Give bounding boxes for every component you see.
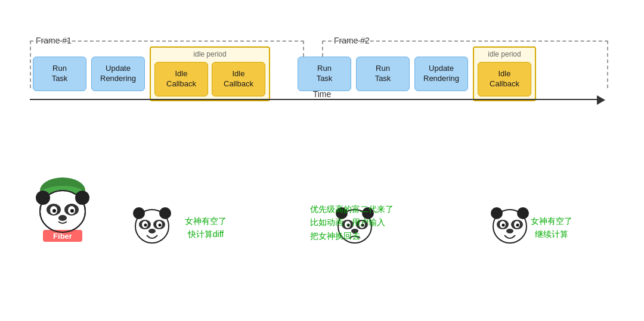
svg-point-45 [506,229,513,233]
svg-point-23 [144,224,147,227]
idle-period-2-box: idle period IdleCallback [473,46,536,101]
svg-point-24 [159,224,162,227]
caption3-line1: 女神有空了 [531,214,572,227]
idle-period-1-box: idle period IdleCallback IdleCallback [150,46,270,101]
caption1-line1: 女神有空了 [185,214,227,227]
svg-point-44 [516,224,519,227]
idle-callback-2-block: IdleCallback [478,62,531,96]
idle-period-2-label: idle period [488,50,521,58]
timeline-container: Time [30,94,614,106]
caption2-line2: 比如动画，用户输入 [310,216,405,229]
svg-text:Fiber: Fiber [53,232,72,241]
run-task-2b-block: RunTask [356,57,410,91]
svg-point-25 [148,229,156,233]
run-task-2a-block: RunTask [298,57,351,91]
small-panda-happy2 [489,202,531,247]
timeline-label: Time [313,89,332,99]
svg-point-37 [491,207,503,219]
caption1: 女神有空了 快计算diff [185,214,227,241]
small-panda-happy1 [131,202,173,247]
svg-point-18 [159,207,171,219]
svg-point-5 [75,191,89,205]
svg-point-17 [133,207,145,219]
timeline-line [30,99,602,100]
frames-row: RunTask UpdateRendering idle period Idle… [30,40,614,94]
svg-point-10 [52,209,56,213]
idle-period-1-label: idle period [193,50,226,58]
caption1-line2: 快计算diff [185,227,227,241]
happy-panda2-svg [489,202,531,247]
update-rendering-2-block: UpdateRendering [414,57,468,91]
idle-callback-1a-block: IdleCallback [154,62,208,96]
fiber-panda-svg: Fiber [30,173,95,244]
diagram-container: Frame #1 Frame #2 RunTask UpdateRenderin… [30,36,614,106]
caption3-line2: 继续计算 [531,227,572,241]
caption2: 优先级高的富二代来了 比如动画，用户输入 把女神换回去 [310,202,405,242]
caption2-line1: 优先级高的富二代来了 [310,202,405,216]
svg-point-12 [58,215,67,221]
update-rendering-1-block: UpdateRendering [91,57,145,91]
run-task-1-block: RunTask [33,57,86,91]
big-panda: Fiber [30,173,95,244]
happy-panda1-svg [131,202,173,247]
idle-inner-2: IdleCallback [478,62,531,96]
timeline-arrow [597,95,605,105]
svg-point-4 [36,191,50,205]
idle-inner-1: IdleCallback IdleCallback [154,62,265,96]
caption3: 女神有空了 继续计算 [531,214,572,241]
svg-point-11 [70,209,74,213]
svg-point-38 [517,207,529,219]
svg-point-43 [502,224,505,227]
caption2-line3: 把女神换回去 [310,229,405,242]
idle-callback-1b-block: IdleCallback [212,62,265,96]
